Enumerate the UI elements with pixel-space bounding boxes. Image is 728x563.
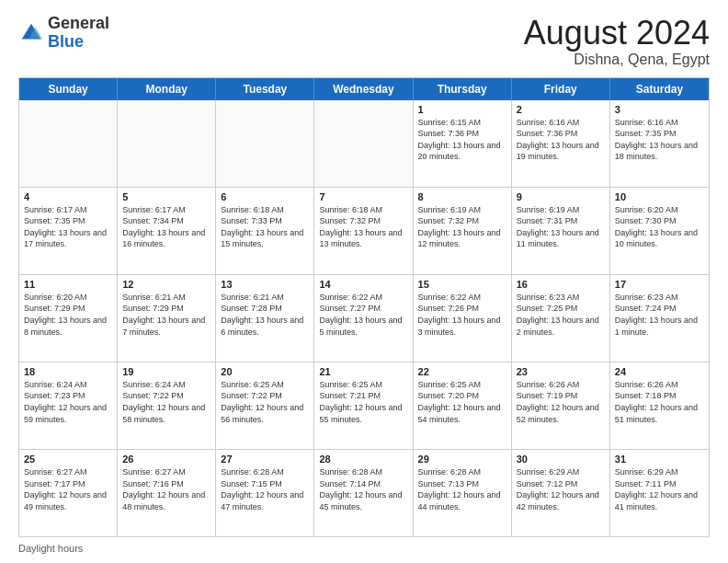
cal-cell: 15Sunrise: 6:22 AM Sunset: 7:26 PM Dayli… <box>414 275 512 362</box>
cal-row-2: 11Sunrise: 6:20 AM Sunset: 7:29 PM Dayli… <box>19 275 709 362</box>
cell-info: Sunrise: 6:25 AM Sunset: 7:20 PM Dayligh… <box>418 379 506 425</box>
logo-text: General Blue <box>48 15 109 52</box>
day-number: 6 <box>221 191 309 202</box>
day-number: 2 <box>517 104 605 115</box>
cal-cell <box>314 100 413 187</box>
day-number: 22 <box>418 366 506 377</box>
cal-row-0: 1Sunrise: 6:15 AM Sunset: 7:36 PM Daylig… <box>19 100 709 188</box>
cal-cell: 7Sunrise: 6:18 AM Sunset: 7:32 PM Daylig… <box>314 188 413 274</box>
cal-cell: 13Sunrise: 6:21 AM Sunset: 7:28 PM Dayli… <box>216 275 314 362</box>
cal-cell: 16Sunrise: 6:23 AM Sunset: 7:25 PM Dayli… <box>512 275 610 362</box>
cal-cell: 14Sunrise: 6:22 AM Sunset: 7:27 PM Dayli… <box>314 275 413 362</box>
header-day-thursday: Thursday <box>414 78 512 100</box>
day-number: 3 <box>615 104 704 115</box>
subtitle: Dishna, Qena, Egypt <box>524 52 710 68</box>
cell-info: Sunrise: 6:28 AM Sunset: 7:15 PM Dayligh… <box>221 466 309 512</box>
day-number: 29 <box>418 454 506 465</box>
day-number: 14 <box>319 279 407 290</box>
cell-info: Sunrise: 6:19 AM Sunset: 7:32 PM Dayligh… <box>418 204 506 250</box>
cell-info: Sunrise: 6:21 AM Sunset: 7:29 PM Dayligh… <box>122 292 210 338</box>
day-number: 16 <box>517 279 605 290</box>
logo-blue: Blue <box>48 33 109 52</box>
cal-cell: 22Sunrise: 6:25 AM Sunset: 7:20 PM Dayli… <box>414 362 512 449</box>
cal-cell: 27Sunrise: 6:28 AM Sunset: 7:15 PM Dayli… <box>216 450 314 536</box>
cell-info: Sunrise: 6:29 AM Sunset: 7:12 PM Dayligh… <box>517 466 605 512</box>
header-day-monday: Monday <box>118 78 216 100</box>
cal-cell: 3Sunrise: 6:16 AM Sunset: 7:35 PM Daylig… <box>610 100 709 187</box>
cal-cell: 26Sunrise: 6:27 AM Sunset: 7:16 PM Dayli… <box>118 450 216 536</box>
logo-general: General <box>48 15 109 33</box>
cell-info: Sunrise: 6:22 AM Sunset: 7:26 PM Dayligh… <box>418 292 506 338</box>
cell-info: Sunrise: 6:20 AM Sunset: 7:30 PM Dayligh… <box>615 204 704 250</box>
cal-cell: 4Sunrise: 6:17 AM Sunset: 7:35 PM Daylig… <box>19 188 118 274</box>
cell-info: Sunrise: 6:29 AM Sunset: 7:11 PM Dayligh… <box>615 466 704 512</box>
title-block: August 2024 Dishna, Qena, Egypt <box>524 15 710 68</box>
day-number: 27 <box>221 454 309 465</box>
cal-cell <box>216 100 314 187</box>
page: General Blue August 2024 Dishna, Qena, E… <box>0 0 728 563</box>
cal-cell: 10Sunrise: 6:20 AM Sunset: 7:30 PM Dayli… <box>610 188 709 274</box>
cell-info: Sunrise: 6:16 AM Sunset: 7:36 PM Dayligh… <box>517 117 605 163</box>
cal-cell: 8Sunrise: 6:19 AM Sunset: 7:32 PM Daylig… <box>414 188 512 274</box>
header-day-tuesday: Tuesday <box>216 78 314 100</box>
cell-info: Sunrise: 6:26 AM Sunset: 7:18 PM Dayligh… <box>615 379 704 425</box>
cal-cell: 2Sunrise: 6:16 AM Sunset: 7:36 PM Daylig… <box>512 100 610 187</box>
day-number: 7 <box>319 191 407 202</box>
cal-cell: 9Sunrise: 6:19 AM Sunset: 7:31 PM Daylig… <box>512 188 610 274</box>
cell-info: Sunrise: 6:27 AM Sunset: 7:16 PM Dayligh… <box>122 466 210 512</box>
cal-cell: 6Sunrise: 6:18 AM Sunset: 7:33 PM Daylig… <box>216 188 314 274</box>
cal-row-1: 4Sunrise: 6:17 AM Sunset: 7:35 PM Daylig… <box>19 188 709 275</box>
cal-row-3: 18Sunrise: 6:24 AM Sunset: 7:23 PM Dayli… <box>19 362 709 450</box>
cal-cell: 18Sunrise: 6:24 AM Sunset: 7:23 PM Dayli… <box>19 362 118 449</box>
cal-cell: 11Sunrise: 6:20 AM Sunset: 7:29 PM Dayli… <box>19 275 118 362</box>
cal-cell: 20Sunrise: 6:25 AM Sunset: 7:22 PM Dayli… <box>216 362 314 449</box>
cal-cell: 17Sunrise: 6:23 AM Sunset: 7:24 PM Dayli… <box>610 275 709 362</box>
day-number: 24 <box>615 366 704 377</box>
cell-info: Sunrise: 6:23 AM Sunset: 7:24 PM Dayligh… <box>615 292 704 338</box>
cell-info: Sunrise: 6:21 AM Sunset: 7:28 PM Dayligh… <box>221 292 309 338</box>
cal-cell: 21Sunrise: 6:25 AM Sunset: 7:21 PM Dayli… <box>314 362 413 449</box>
footer-text: Daylight hours <box>18 543 83 554</box>
day-number: 26 <box>122 454 210 465</box>
cell-info: Sunrise: 6:17 AM Sunset: 7:35 PM Dayligh… <box>24 204 112 250</box>
cal-cell: 28Sunrise: 6:28 AM Sunset: 7:14 PM Dayli… <box>314 450 413 536</box>
cell-info: Sunrise: 6:24 AM Sunset: 7:22 PM Dayligh… <box>122 379 210 425</box>
cal-cell: 25Sunrise: 6:27 AM Sunset: 7:17 PM Dayli… <box>19 450 118 536</box>
day-number: 19 <box>122 366 210 377</box>
footer: Daylight hours <box>18 543 710 554</box>
day-number: 28 <box>319 454 407 465</box>
cell-info: Sunrise: 6:16 AM Sunset: 7:35 PM Dayligh… <box>615 117 704 163</box>
cell-info: Sunrise: 6:17 AM Sunset: 7:34 PM Dayligh… <box>122 204 210 250</box>
day-number: 18 <box>24 366 112 377</box>
cell-info: Sunrise: 6:23 AM Sunset: 7:25 PM Dayligh… <box>517 292 605 338</box>
cal-cell: 19Sunrise: 6:24 AM Sunset: 7:22 PM Dayli… <box>118 362 216 449</box>
day-number: 30 <box>517 454 605 465</box>
header-day-sunday: Sunday <box>19 78 118 100</box>
day-number: 20 <box>221 366 309 377</box>
day-number: 21 <box>319 366 407 377</box>
cal-cell: 29Sunrise: 6:28 AM Sunset: 7:13 PM Dayli… <box>414 450 512 536</box>
day-number: 9 <box>517 191 605 202</box>
header: General Blue August 2024 Dishna, Qena, E… <box>18 15 710 68</box>
cell-info: Sunrise: 6:18 AM Sunset: 7:33 PM Dayligh… <box>221 204 309 250</box>
cell-info: Sunrise: 6:25 AM Sunset: 7:21 PM Dayligh… <box>319 379 407 425</box>
header-day-saturday: Saturday <box>610 78 709 100</box>
day-number: 17 <box>615 279 704 290</box>
cal-cell: 24Sunrise: 6:26 AM Sunset: 7:18 PM Dayli… <box>610 362 709 449</box>
cell-info: Sunrise: 6:28 AM Sunset: 7:14 PM Dayligh… <box>319 466 407 512</box>
cal-cell <box>118 100 216 187</box>
day-number: 23 <box>517 366 605 377</box>
day-number: 10 <box>615 191 704 202</box>
cal-cell: 12Sunrise: 6:21 AM Sunset: 7:29 PM Dayli… <box>118 275 216 362</box>
cell-info: Sunrise: 6:27 AM Sunset: 7:17 PM Dayligh… <box>24 466 112 512</box>
cal-cell: 31Sunrise: 6:29 AM Sunset: 7:11 PM Dayli… <box>610 450 709 536</box>
day-number: 5 <box>122 191 210 202</box>
cal-cell: 5Sunrise: 6:17 AM Sunset: 7:34 PM Daylig… <box>118 188 216 274</box>
day-number: 13 <box>221 279 309 290</box>
cal-cell: 30Sunrise: 6:29 AM Sunset: 7:12 PM Dayli… <box>512 450 610 536</box>
calendar-header: SundayMondayTuesdayWednesdayThursdayFrid… <box>19 78 709 100</box>
cell-info: Sunrise: 6:20 AM Sunset: 7:29 PM Dayligh… <box>24 292 112 338</box>
header-day-friday: Friday <box>512 78 610 100</box>
cell-info: Sunrise: 6:28 AM Sunset: 7:13 PM Dayligh… <box>418 466 506 512</box>
cell-info: Sunrise: 6:24 AM Sunset: 7:23 PM Dayligh… <box>24 379 112 425</box>
